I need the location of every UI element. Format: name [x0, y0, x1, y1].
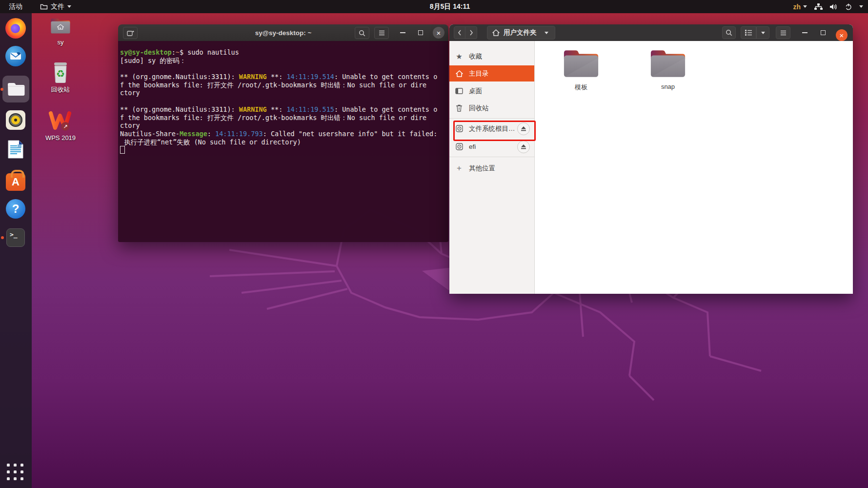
terminal-line: ** (org.gnome.Nautilus:3311): WARNING **…: [120, 105, 447, 114]
view-controls: [741, 26, 769, 39]
rhythmbox-icon: [6, 110, 25, 130]
dock-item-ubuntu-software[interactable]: A: [4, 169, 27, 192]
maximize-button[interactable]: [414, 24, 427, 41]
file-list-area[interactable]: 模板 snap: [535, 41, 853, 294]
terminal-line: f the bookmarks file: 打开文件 /root/.gtk-bo…: [120, 81, 447, 89]
view-options-dropdown[interactable]: [756, 26, 769, 39]
path-label: 用户文件夹: [504, 28, 537, 37]
minimize-button[interactable]: [396, 24, 409, 41]
files-headerbar[interactable]: 用户文件夹 ×: [449, 24, 853, 41]
sidebar-item-label: efi: [469, 143, 476, 150]
sidebar-separator: [449, 118, 534, 119]
sidebar-item-label: 回收站: [469, 104, 489, 113]
plus-icon: +: [455, 164, 463, 172]
folder-item-snap[interactable]: snap: [645, 48, 691, 90]
sidebar-item-home-1[interactable]: 主目录: [449, 65, 534, 81]
forward-button[interactable]: [465, 26, 477, 39]
home-icon: [455, 70, 463, 77]
sidebar-item-other-locations[interactable]: +其他位置: [449, 160, 534, 176]
sidebar-item-label: 其他位置: [469, 164, 495, 173]
terminal-line: ctory: [120, 89, 447, 97]
help-icon: ?: [6, 199, 25, 219]
chevron-down-icon: [67, 5, 71, 8]
terminal-line: 执行子进程“net”失败 (No such file or directory): [120, 138, 447, 146]
power-icon: [845, 3, 852, 10]
folder-label: 模板: [558, 83, 605, 92]
files-body: ★收藏主目录桌面回收站文件系统根目…efi+其他位置 模板: [449, 41, 853, 294]
list-view-button[interactable]: [741, 26, 756, 39]
drive-icon: [455, 125, 463, 132]
dock-item-terminal[interactable]: >_: [4, 226, 27, 249]
running-indicator-dot: [0, 88, 3, 91]
sidebar-item-label: 文件系统根目…: [469, 124, 515, 133]
eject-button[interactable]: [517, 122, 530, 135]
app-menu-label: 文件: [51, 2, 64, 11]
home-folder-icon: [37, 15, 84, 37]
activities-label: 活动: [9, 2, 22, 11]
desktop-icon-trash[interactable]: ♻ 回收站: [37, 61, 84, 94]
sidebar-item-star-0[interactable]: ★收藏: [449, 48, 534, 64]
eject-button[interactable]: [517, 141, 530, 153]
app-menu-button[interactable]: 文件: [40, 0, 71, 13]
dock: A?>_: [0, 13, 32, 488]
terminal-line: ** (org.gnome.Nautilus:3311): WARNING **…: [120, 73, 447, 81]
trash-icon: ♻: [37, 61, 84, 84]
terminal-line: [120, 64, 447, 73]
libreoffice-writer-icon: [7, 140, 24, 159]
maximize-button[interactable]: [817, 24, 829, 41]
path-bar-button[interactable]: 用户文件夹: [487, 26, 555, 40]
dock-item-libreoffice-writer[interactable]: [4, 138, 27, 161]
home-icon: [492, 29, 500, 36]
drive-icon: [455, 143, 463, 150]
system-tray[interactable]: zh: [793, 0, 863, 13]
desktop-icon-label: 回收站: [37, 85, 84, 94]
desktop-icon: [455, 88, 463, 94]
desktop-icon-label: sy: [37, 39, 84, 46]
close-button[interactable]: ×: [432, 24, 445, 41]
chevron-down-icon: [859, 5, 863, 8]
new-tab-button[interactable]: [123, 27, 138, 39]
folder-icon: [561, 48, 602, 79]
desktop-icon-wps[interactable]: ↗ WPS 2019: [37, 110, 84, 142]
input-source-indicator[interactable]: zh: [793, 3, 807, 11]
activities-button[interactable]: 活动: [9, 0, 22, 13]
network-icon: [814, 3, 823, 10]
minimize-button[interactable]: [798, 24, 811, 41]
terminal-icon: >_: [6, 228, 25, 247]
sidebar-item-label: 主目录: [469, 69, 489, 78]
trash-icon: [455, 104, 463, 112]
svg-text:♻: ♻: [56, 68, 65, 79]
terminal-output[interactable]: sy@sy-desktop:~$ sudo nautilus[sudo] sy …: [118, 41, 448, 242]
firefox-icon: [5, 18, 26, 39]
clock-label: 8月5日 14:11: [430, 2, 470, 11]
search-icon[interactable]: [355, 27, 369, 39]
hamburger-menu-button[interactable]: [776, 26, 790, 39]
folder-item-templates[interactable]: 模板: [558, 48, 605, 92]
terminal-line: ctory: [120, 122, 447, 130]
files-window: 用户文件夹 × ★收藏主目录桌面回收站文件系统根目…efi+其他位置: [449, 24, 853, 294]
files-icon: [6, 81, 26, 97]
top-bar: 活动 文件 8月5日 14:11 zh: [0, 0, 868, 13]
menu-icon[interactable]: [374, 27, 389, 39]
input-source-label: zh: [793, 3, 801, 11]
files-app-icon: [40, 3, 48, 10]
desktop-icon-home[interactable]: sy: [37, 15, 84, 46]
running-indicator-dot: [1, 236, 4, 239]
sidebar-item-trash-3[interactable]: 回收站: [449, 100, 534, 116]
dock-item-files[interactable]: [2, 76, 29, 102]
terminal-line: [sudo] sy 的密码：: [120, 57, 447, 65]
terminal-titlebar[interactable]: sy@sy-desktop: ~ ×: [118, 24, 448, 41]
places-sidebar: ★收藏主目录桌面回收站文件系统根目…efi+其他位置: [449, 41, 535, 294]
search-button[interactable]: [722, 26, 736, 39]
sidebar-item-desktop-2[interactable]: 桌面: [449, 83, 534, 99]
dock-item-firefox[interactable]: [4, 17, 27, 40]
sidebar-item-drive-4[interactable]: 文件系统根目…: [449, 121, 534, 137]
show-applications-button[interactable]: [7, 464, 25, 482]
dock-item-help[interactable]: ?: [4, 197, 27, 221]
back-button[interactable]: [454, 26, 465, 39]
dock-item-rhythmbox[interactable]: [4, 108, 27, 132]
sidebar-item-drive-5[interactable]: efi: [449, 139, 534, 155]
dock-item-thunderbird[interactable]: [4, 44, 27, 68]
clock-button[interactable]: 8月5日 14:11: [430, 0, 470, 13]
ubuntu-desktop: 活动 文件 8月5日 14:11 zh: [0, 0, 868, 488]
